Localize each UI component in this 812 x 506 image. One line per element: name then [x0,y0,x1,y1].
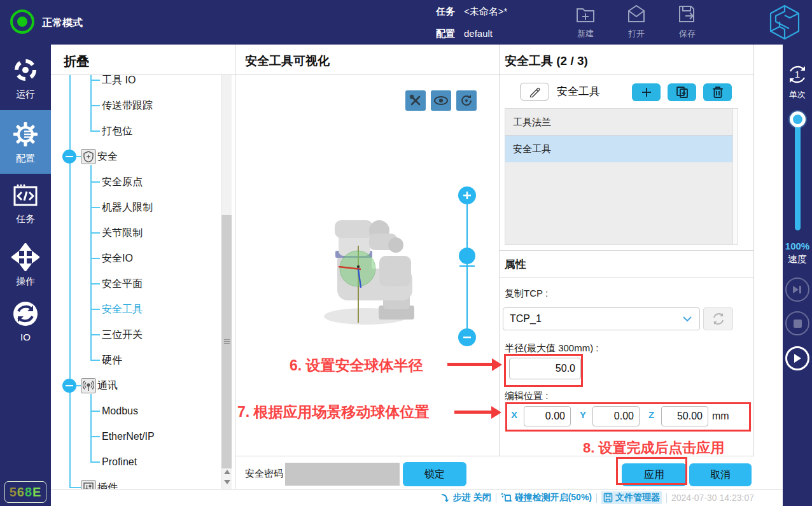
zoom-slider-handle[interactable] [459,248,475,264]
tree-item-ethernet-ip[interactable]: EtherNet/IP [102,427,155,446]
tree-item-label: 安全IO [102,253,133,264]
tree-item-hardware[interactable]: 硬件 [102,351,122,370]
tcp-select[interactable]: TCP_1 [503,307,700,330]
plus-icon [641,87,652,98]
list-item-label: 安全工具 [513,143,551,154]
chevron-down-icon [683,316,692,322]
new-button[interactable]: 新建 [568,3,603,39]
list-item-label: 工具法兰 [513,116,551,127]
tree-item-label: 打包位 [102,125,132,136]
tree-connector [91,258,100,259]
speed-slider-track[interactable] [795,121,801,230]
collapse-node-communication[interactable] [62,379,76,393]
step-arrow-icon [440,493,451,503]
cycle-once-button[interactable]: 1 [785,62,809,87]
tree-item-safety-plane[interactable]: 安全平面 [102,274,143,293]
tree-item-label: 关节限制 [102,227,143,238]
delete-tool-button[interactable] [703,83,732,101]
stop-button[interactable] [785,311,809,335]
position-x-input[interactable] [524,406,571,426]
list-item-safety-tool[interactable]: 安全工具 [505,136,738,162]
step-forward-button[interactable] [785,278,809,302]
nav-item-run[interactable]: 运行 [0,52,51,109]
tree-item-three-position-switch[interactable]: 三位开关 [102,325,143,344]
zoom-slider-tick [459,265,475,267]
tree-item-plugin[interactable]: 插件 [97,478,118,489]
config-tree-panel: 折叠 [51,45,235,489]
tree-item-safety-home[interactable]: 安全原点 [102,172,143,192]
tree-item-safety[interactable]: 安全 [97,147,118,166]
task-row: 任务<未命名>* [436,6,507,18]
save-button[interactable]: 保存 [669,3,705,39]
position-z-input[interactable] [661,406,708,426]
zoom-out-button[interactable] [458,328,476,346]
tree-scroll-area: 工具 IO 传送带跟踪 打包位 安全 安全原点 机器人限制 关节限制 安全IO … [51,75,235,489]
tree-panel-title[interactable]: 折叠 [51,45,235,75]
badge-char: E [32,485,41,499]
pencil-icon [529,86,540,97]
tree-item-joint-limits[interactable]: 关节限制 [102,223,143,242]
nav-item-operate[interactable]: 操作 [0,243,51,294]
nav-item-label: 任务 [0,213,51,225]
tree-item-communication[interactable]: 通讯 [97,376,118,395]
save-button-label: 保存 [669,28,705,39]
nav-item-task[interactable]: 任务 [0,183,51,234]
tree-connector [91,232,100,234]
tree-scrollbar-grip [224,341,230,342]
list-item-tool-flange[interactable]: 工具法兰 [505,109,738,136]
tree-item-tool-io[interactable]: 工具 IO [102,75,136,90]
nav-item-label: IO [0,332,51,342]
tree-item-label: 工具 IO [102,75,136,85]
tree-item-safety-tool[interactable]: 安全工具 [102,300,143,319]
antenna-icon [81,378,96,393]
apply-button[interactable]: 应用 [622,463,687,486]
safety-password-input[interactable] [285,463,400,486]
tree-item-profinet[interactable]: Profinet [102,453,137,472]
trash-icon [712,86,724,99]
collision-detection-status[interactable]: 碰撞检测开启(50%) [501,492,592,503]
position-y-input[interactable] [592,406,640,426]
nav-item-config[interactable]: 配置 [0,110,51,174]
top-bar: 正常模式 任务<未命名>* 配置default 新建 打开 保存 [0,0,812,45]
mode-label: 正常模式 [42,17,83,30]
step-mode-status[interactable]: 步进 关闭 [440,492,491,503]
nav-item-label: 操作 [0,276,51,288]
lock-button[interactable]: 锁定 [403,462,466,486]
tree-item-modbus[interactable]: Modbus [102,402,138,421]
play-button[interactable] [785,346,809,370]
zoom-slider-track[interactable] [466,204,468,329]
open-button[interactable]: 打开 [619,3,654,39]
config-row: 配置default [436,28,493,40]
scroll-up-icon[interactable] [224,470,230,474]
tcp-selected-value: TCP_1 [510,313,542,324]
tool-list-scrollbar[interactable] [732,109,738,244]
copy-tool-button[interactable] [668,83,696,101]
brand-logo-icon [765,3,804,42]
tree-item-label: 传送带跟踪 [102,100,153,111]
tree-item-safety-io[interactable]: 安全IO [102,249,133,268]
speed-label: 速度 [783,253,812,265]
open-button-label: 打开 [619,28,654,39]
robot-3d-view[interactable] [235,45,499,456]
tree-item-robot-limits[interactable]: 机器人限制 [102,198,153,217]
io-sync-icon [12,300,39,327]
scroll-down-icon[interactable] [224,480,230,484]
file-manager-link[interactable]: 文件管理器 [601,491,662,504]
status-code-badge: 568E [4,481,46,503]
radius-input[interactable] [509,358,581,379]
speed-slider-handle[interactable] [790,111,806,127]
add-tool-button[interactable] [632,83,661,101]
refresh-tcp-button[interactable] [703,307,733,330]
bottom-action-bar: 安全密码 : 锁定 应用 取消 [235,456,754,489]
tree-scrollbar-thumb[interactable] [221,215,232,468]
tree-item-packing-position[interactable]: 打包位 [102,122,132,141]
tree-item-conveyor-tracking[interactable]: 传送带跟踪 [102,96,153,115]
collapse-node-safety[interactable] [62,150,76,164]
tree-connector [91,207,100,208]
step-mode-label: 步进 关闭 [453,492,491,503]
rename-tool-button[interactable] [520,83,549,101]
zoom-in-button[interactable] [458,186,476,204]
cancel-button[interactable]: 取消 [689,463,752,486]
tree-trunk-line [69,75,71,488]
nav-item-io[interactable]: IO [0,300,51,351]
